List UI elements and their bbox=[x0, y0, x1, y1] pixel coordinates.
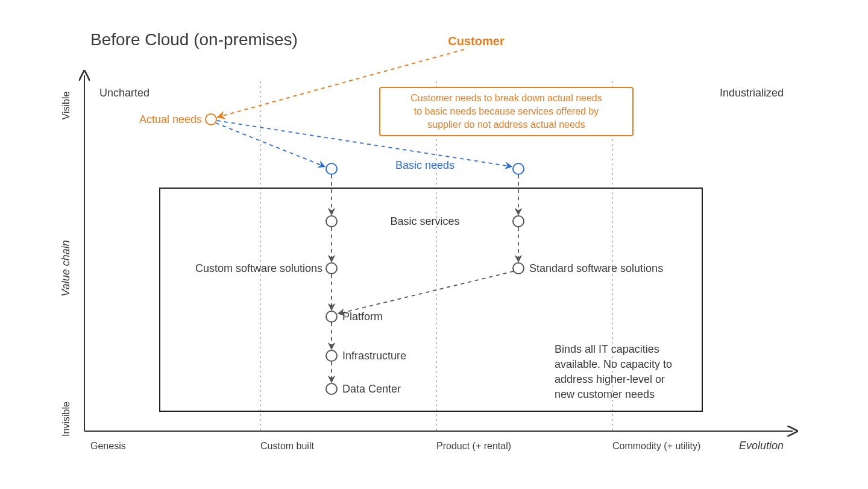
label-custom-sw: Custom software solutions bbox=[195, 262, 322, 274]
node-basic-svc-left bbox=[326, 216, 337, 227]
annotation-line-3: supplier do not address actual needs bbox=[427, 119, 585, 130]
y-tick-bottom: Invisible bbox=[61, 402, 71, 437]
label-basic-services: Basic services bbox=[390, 215, 459, 227]
node-data-center bbox=[326, 383, 337, 394]
label-data-center: Data Center bbox=[342, 383, 401, 395]
x-tick-genesis: Genesis bbox=[90, 441, 126, 451]
wardley-map: Before Cloud (on-premises) Value chain V… bbox=[0, 0, 868, 489]
anchor-customer: Customer bbox=[448, 34, 505, 48]
y-tick-top: Visible bbox=[61, 91, 71, 119]
edge-standard-platform bbox=[339, 271, 514, 314]
edge-actual-basic-left bbox=[216, 123, 324, 166]
label-actual-needs: Actual needs bbox=[139, 113, 202, 125]
corner-uncharted: Uncharted bbox=[99, 87, 149, 99]
x-axis-label: Evolution bbox=[739, 440, 784, 452]
annotation-line-1: Customer needs to break down actual need… bbox=[410, 93, 602, 103]
label-basic-needs: Basic needs bbox=[395, 159, 454, 171]
x-tick-custom: Custom built bbox=[260, 441, 314, 451]
annotation-box: Customer needs to break down actual need… bbox=[380, 87, 633, 136]
label-standard-sw: Standard software solutions bbox=[529, 262, 663, 274]
label-infrastructure: Infrastructure bbox=[342, 350, 406, 362]
box-note-l2: available. No capacity to bbox=[555, 358, 672, 370]
node-actual-needs bbox=[206, 114, 216, 125]
node-basic-svc-right bbox=[513, 216, 524, 227]
node-standard-sw bbox=[513, 263, 524, 274]
node-custom-sw bbox=[326, 263, 337, 274]
x-tick-commodity: Commodity (+ utility) bbox=[612, 441, 700, 451]
box-note: Binds all IT capacities available. No ca… bbox=[555, 343, 672, 400]
box-note-l4: new customer needs bbox=[555, 388, 655, 400]
node-basic-needs-right bbox=[513, 163, 524, 174]
node-basic-needs-left bbox=[326, 163, 337, 174]
box-note-l3: address higher-level or bbox=[555, 373, 665, 385]
y-axis-label: Value chain bbox=[60, 240, 72, 296]
annotation-line-2: to basic needs because services offered … bbox=[414, 106, 599, 116]
box-note-l1: Binds all IT capacities bbox=[555, 343, 659, 355]
corner-industrialized: Industrialized bbox=[720, 87, 784, 99]
diagram-title: Before Cloud (on-premises) bbox=[90, 30, 298, 49]
node-platform bbox=[326, 311, 337, 322]
x-tick-product: Product (+ rental) bbox=[436, 441, 511, 451]
label-platform: Platform bbox=[342, 311, 383, 323]
node-infrastructure bbox=[326, 350, 337, 361]
